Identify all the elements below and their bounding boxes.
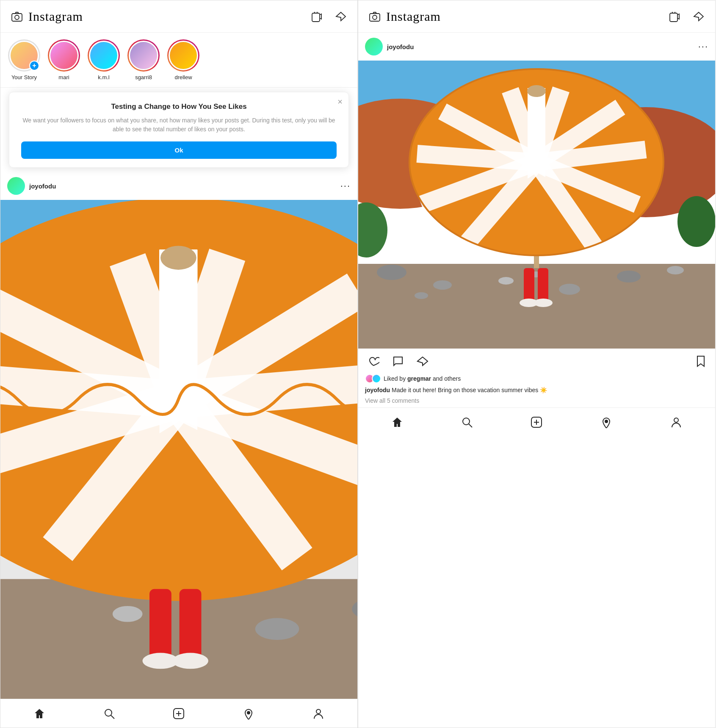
right-add-button[interactable] xyxy=(528,414,545,431)
left-umbrella-image xyxy=(0,200,357,699)
right-camera-icon-button[interactable] xyxy=(368,9,382,24)
left-post-more-button[interactable]: ··· xyxy=(340,180,351,191)
logo-text: Instagram xyxy=(28,9,83,24)
left-post-user[interactable]: joyofodu xyxy=(7,177,56,195)
story-mari[interactable]: mari xyxy=(48,39,80,80)
story-drellew[interactable]: drellew xyxy=(167,39,199,80)
right-post-actions-left xyxy=(365,353,431,370)
sgarri8-avatar-inner xyxy=(130,42,157,69)
modal-body: We want your followers to focus on what … xyxy=(21,116,337,134)
left-profile-button[interactable] xyxy=(310,705,327,722)
your-story-avatar-wrap: + xyxy=(8,39,40,72)
notification-modal: × Testing a Change to How You See Likes … xyxy=(9,92,349,168)
drellew-story-ring xyxy=(167,39,199,72)
svg-point-34 xyxy=(316,709,321,714)
igtv-button[interactable] xyxy=(309,9,324,24)
right-post-user[interactable]: joyofodu xyxy=(365,38,414,55)
story-your-story[interactable]: + Your Story xyxy=(8,39,40,80)
header-icons xyxy=(309,9,348,24)
right-post-likes: Liked by gregmar and others xyxy=(358,372,715,385)
right-panel: Instagram joyofodu ··· xyxy=(358,0,716,728)
right-activity-button[interactable] xyxy=(598,414,615,431)
left-add-button[interactable] xyxy=(170,705,187,722)
svg-rect-61 xyxy=(538,268,548,302)
right-umbrella-image xyxy=(358,61,715,349)
mari-avatar-inner xyxy=(50,42,77,69)
svg-point-50 xyxy=(559,284,580,295)
right-like-button[interactable] xyxy=(365,353,382,370)
svg-point-59 xyxy=(527,85,546,97)
modal-close-button[interactable]: × xyxy=(337,97,343,106)
like-avatar-2 xyxy=(372,374,381,383)
left-search-button[interactable] xyxy=(101,705,118,722)
svg-point-27 xyxy=(172,653,208,669)
right-direct-button[interactable] xyxy=(691,9,706,24)
story-kml[interactable]: k.m.l xyxy=(88,39,120,80)
left-post-avatar xyxy=(7,177,25,195)
left-activity-button[interactable] xyxy=(240,705,257,722)
sgarri8-avatar xyxy=(129,41,158,70)
svg-point-28 xyxy=(105,709,112,716)
sgarri8-story-ring xyxy=(127,39,160,72)
right-search-button[interactable] xyxy=(459,414,475,431)
svg-point-33 xyxy=(247,711,250,714)
story-sgarri8[interactable]: sgarri8 xyxy=(127,39,160,80)
svg-point-71 xyxy=(674,418,678,422)
mari-story-ring xyxy=(48,39,80,72)
modal-ok-button[interactable]: Ok xyxy=(21,141,337,159)
right-save-button[interactable] xyxy=(693,353,708,370)
sgarri8-avatar-wrap xyxy=(127,39,160,72)
kml-label: k.m.l xyxy=(98,74,109,80)
right-view-comments[interactable]: View all 5 comments xyxy=(358,396,715,407)
svg-point-53 xyxy=(415,292,428,299)
right-post-actions xyxy=(358,349,715,372)
left-panel: Instagram xyxy=(0,0,358,728)
svg-point-1 xyxy=(15,15,19,19)
svg-rect-60 xyxy=(524,268,534,302)
left-post-image xyxy=(0,200,357,699)
stories-bar: + Your Story mari xyxy=(0,33,357,88)
likes-text: Liked by gregmar and others xyxy=(384,375,461,382)
right-bottom-nav xyxy=(358,407,715,436)
right-post-caption: joyofodu Made it out here! Bring on thos… xyxy=(358,385,715,396)
svg-line-66 xyxy=(469,424,472,427)
caption-username[interactable]: joyofodu xyxy=(365,387,390,393)
liked-by-user[interactable]: gregmar xyxy=(407,375,431,382)
left-post-username: joyofodu xyxy=(29,183,56,190)
svg-point-63 xyxy=(534,299,553,307)
kml-story-ring xyxy=(88,39,120,72)
right-igtv-button[interactable] xyxy=(667,9,682,24)
right-header: Instagram xyxy=(358,0,715,33)
svg-rect-2 xyxy=(312,13,320,22)
camera-icon-button[interactable] xyxy=(10,9,24,24)
svg-rect-0 xyxy=(12,14,22,21)
svg-rect-37 xyxy=(670,13,677,22)
right-profile-button[interactable] xyxy=(668,414,685,431)
left-post: joyofodu ··· xyxy=(0,172,357,699)
svg-point-55 xyxy=(677,196,715,247)
left-bottom-nav xyxy=(0,699,357,728)
right-post-more-button[interactable]: ··· xyxy=(698,41,708,52)
svg-marker-5 xyxy=(336,12,346,21)
right-share-button[interactable] xyxy=(414,353,431,370)
drellew-avatar-inner xyxy=(170,42,197,69)
direct-button[interactable] xyxy=(334,9,348,24)
svg-point-16 xyxy=(113,606,143,622)
right-header-left: Instagram xyxy=(368,9,441,24)
right-comment-button[interactable] xyxy=(390,353,406,370)
svg-marker-40 xyxy=(694,12,703,21)
mari-label: mari xyxy=(58,74,69,80)
modal-title: Testing a Change to How You See Likes xyxy=(21,102,337,111)
right-home-button[interactable] xyxy=(389,414,406,431)
your-story-label: Your Story xyxy=(11,74,37,80)
svg-point-70 xyxy=(605,420,608,423)
svg-point-36 xyxy=(373,15,377,19)
svg-point-49 xyxy=(667,266,684,274)
svg-point-23 xyxy=(160,246,196,270)
drellew-avatar xyxy=(169,41,198,70)
right-post-username: joyofodu xyxy=(387,43,414,50)
right-post-header: joyofodu ··· xyxy=(358,33,715,61)
like-avatars xyxy=(365,374,381,383)
left-home-button[interactable] xyxy=(31,705,48,722)
svg-rect-35 xyxy=(370,14,380,21)
